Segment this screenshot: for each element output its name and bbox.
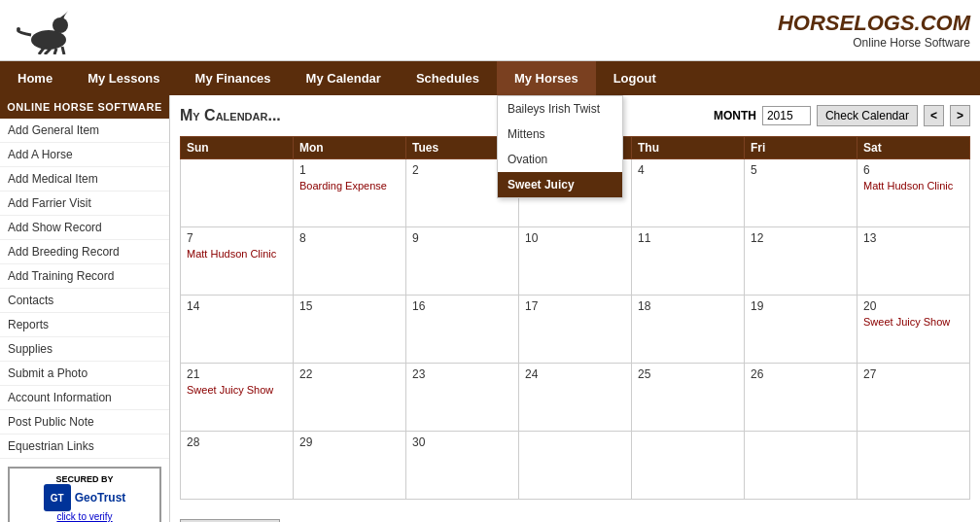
day-number: 20 <box>863 299 963 313</box>
calendar-cell-1-6[interactable]: 13 <box>858 227 970 296</box>
calendar-event[interactable]: Sweet Juicy Show <box>863 315 963 329</box>
sidebar-security-badge[interactable]: SECURED BY GT GeoTrust click to verify 0… <box>8 467 161 522</box>
nav-my-horses-wrapper[interactable]: My Horses Baileys Irish Twist Mittens Ov… <box>497 61 596 95</box>
calendar-cell-0-0[interactable] <box>181 159 294 227</box>
sidebar-supplies[interactable]: Supplies <box>0 337 169 362</box>
day-number: 27 <box>863 367 963 381</box>
calendar-cell-3-3[interactable]: 24 <box>519 364 632 432</box>
check-calendar-button[interactable]: Check Calendar <box>817 105 918 126</box>
day-number: 21 <box>187 367 287 381</box>
svg-point-0 <box>31 30 66 50</box>
calendar-controls: MONTH Check Calendar < > <box>714 105 970 126</box>
calendar-cell-1-2[interactable]: 9 <box>406 227 519 296</box>
logo-horse-icon <box>10 6 88 54</box>
day-number: 8 <box>299 231 400 245</box>
security-click: click to verify <box>16 511 154 522</box>
sidebar-add-training-record[interactable]: Add Training Record <box>0 264 169 289</box>
prev-month-button[interactable]: < <box>924 105 944 126</box>
sidebar-post-public-note[interactable]: Post Public Note <box>0 410 169 435</box>
nav-my-lessons[interactable]: My Lessons <box>70 61 177 95</box>
dropdown-mittens[interactable]: Mittens <box>498 122 622 147</box>
sidebar-add-general-item[interactable]: Add General Item <box>0 119 169 143</box>
nav-my-calendar[interactable]: My Calendar <box>289 61 399 95</box>
calendar-cell-3-6[interactable]: 27 <box>858 364 970 432</box>
calendar-cell-1-4[interactable]: 11 <box>632 227 745 296</box>
calendar-cell-3-2[interactable]: 23 <box>406 364 519 432</box>
calendar-cell-0-6[interactable]: 6Matt Hudson Clinic <box>858 159 970 227</box>
next-month-button[interactable]: > <box>950 105 970 126</box>
day-number: 17 <box>525 299 625 313</box>
calendar-cell-0-4[interactable]: 4 <box>632 159 745 227</box>
nav-my-horses[interactable]: My Horses <box>497 61 596 95</box>
sidebar-add-breeding-record[interactable]: Add Breeding Record <box>0 240 169 264</box>
sidebar-account-information[interactable]: Account Information <box>0 386 169 410</box>
geotrust-icon: GT <box>44 484 71 511</box>
sidebar-equestrian-links[interactable]: Equestrian Links <box>0 435 169 459</box>
calendar-cell-4-3[interactable] <box>519 432 632 500</box>
calendar-cell-4-1[interactable]: 29 <box>294 432 406 500</box>
top-header: HORSELOGS.COM Online Horse Software <box>0 0 980 61</box>
calendar-cell-4-4[interactable] <box>632 432 745 500</box>
calendar-cell-2-5[interactable]: 19 <box>745 296 858 364</box>
calendar-cell-1-0[interactable]: 7Matt Hudson Clinic <box>181 227 294 296</box>
calendar-cell-0-1[interactable]: 1Boarding Expense <box>294 159 406 227</box>
calendar-cell-3-1[interactable]: 22 <box>294 364 406 432</box>
nav-home[interactable]: Home <box>0 61 70 95</box>
nav-logout[interactable]: Logout <box>596 61 674 95</box>
dropdown-ovation[interactable]: Ovation <box>498 147 622 172</box>
sidebar-add-farrier-visit[interactable]: Add Farrier Visit <box>0 191 169 216</box>
calendar-cell-2-1[interactable]: 15 <box>294 296 406 364</box>
sidebar-add-medical-item[interactable]: Add Medical Item <box>0 167 169 191</box>
dropdown-baileys-irish-twist[interactable]: Baileys Irish Twist <box>498 96 622 122</box>
calendar-cell-4-2[interactable]: 30 <box>406 432 519 500</box>
calendar-cell-2-3[interactable]: 17 <box>519 296 632 364</box>
day-number: 14 <box>187 299 287 313</box>
calendar-cell-1-5[interactable]: 12 <box>745 227 858 296</box>
calendar-cell-0-5[interactable]: 5 <box>745 159 858 227</box>
calendar-cell-2-4[interactable]: 18 <box>632 296 745 364</box>
nav-bar: Home My Lessons My Finances My Calendar … <box>0 61 980 95</box>
nav-schedules[interactable]: Schedules <box>399 61 497 95</box>
calendar-body: 1Boarding Expense23456Matt Hudson Clinic… <box>181 159 970 500</box>
calendar-cell-2-2[interactable]: 16 <box>406 296 519 364</box>
calendar-cell-4-5[interactable] <box>745 432 858 500</box>
my-horses-dropdown: Baileys Irish Twist Mittens Ovation Swee… <box>497 95 623 198</box>
calendar-week-3: 21Sweet Juicy Show222324252627 <box>181 364 970 432</box>
calendar-cell-1-3[interactable]: 10 <box>519 227 632 296</box>
calendar-event[interactable]: Matt Hudson Clinic <box>187 247 287 261</box>
dropdown-sweet-juicy[interactable]: Sweet Juicy <box>498 172 622 197</box>
day-number: 26 <box>751 367 851 381</box>
day-number: 16 <box>412 299 512 313</box>
sidebar-submit-photo[interactable]: Submit a Photo <box>0 362 169 386</box>
day-number: 5 <box>751 163 851 177</box>
logo-right: HORSELOGS.COM Online Horse Software <box>778 11 970 50</box>
calendar-cell-4-6[interactable] <box>858 432 970 500</box>
svg-point-6 <box>17 27 20 31</box>
calendar-week-1: 7Matt Hudson Clinic8910111213 <box>181 227 970 296</box>
day-number: 9 <box>412 231 512 245</box>
calendar-cell-3-0[interactable]: 21Sweet Juicy Show <box>181 364 294 432</box>
sidebar-contacts[interactable]: Contacts <box>0 289 169 313</box>
sidebar-add-show-record[interactable]: Add Show Record <box>0 216 169 240</box>
calendar-event[interactable]: Matt Hudson Clinic <box>863 179 963 192</box>
geotrust-brand: GeoTrust <box>75 491 126 505</box>
main-layout: ONLINE HORSE SOFTWARE Add General Item A… <box>0 95 980 522</box>
day-number: 29 <box>299 435 400 449</box>
year-input[interactable] <box>762 106 811 125</box>
calendar-cell-2-0[interactable]: 14 <box>181 296 294 364</box>
day-number: 7 <box>187 231 287 245</box>
sidebar-add-a-horse[interactable]: Add A Horse <box>0 143 169 167</box>
nav-my-finances[interactable]: My Finances <box>178 61 289 95</box>
sidebar-reports[interactable]: Reports <box>0 313 169 337</box>
calendar-cell-2-6[interactable]: 20Sweet Juicy Show <box>858 296 970 364</box>
calendar-cell-4-0[interactable]: 28 <box>181 432 294 500</box>
calendar-cell-3-5[interactable]: 26 <box>745 364 858 432</box>
day-number: 4 <box>638 163 738 177</box>
calendar-cell-3-4[interactable]: 25 <box>632 364 745 432</box>
col-sun: Sun <box>181 137 294 159</box>
svg-line-4 <box>54 49 56 54</box>
calendar-event[interactable]: Sweet Juicy Show <box>187 383 287 397</box>
calendar-cell-1-1[interactable]: 8 <box>294 227 406 296</box>
calendar-event[interactable]: Boarding Expense <box>299 179 400 192</box>
day-number: 11 <box>638 231 738 245</box>
